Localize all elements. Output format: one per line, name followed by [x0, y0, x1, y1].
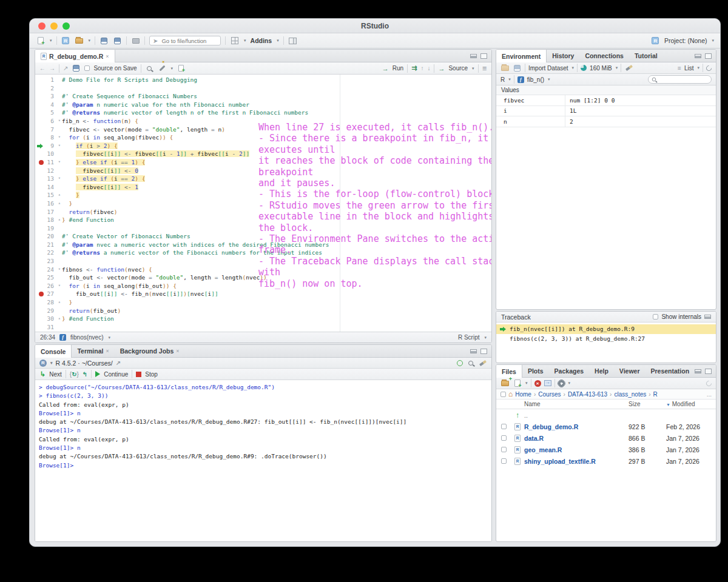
- back-icon[interactable]: ←: [39, 65, 46, 72]
- file-row[interactable]: geo_mean.R386 BJan 7, 2026: [496, 444, 716, 455]
- show-internals-checkbox[interactable]: [653, 314, 658, 319]
- breakpoint-icon[interactable]: [39, 292, 44, 296]
- tab-background-jobs[interactable]: Background Jobs×: [115, 345, 185, 357]
- fold-toggle-icon[interactable]: ▾: [58, 266, 61, 274]
- console-output[interactable]: > debugSource("~/Courses/DATA-413-613/cl…: [35, 380, 491, 541]
- addins-caret-icon[interactable]: ▾: [277, 38, 279, 43]
- file-row-up[interactable]: ↑..: [496, 409, 716, 421]
- file-checkbox[interactable]: [501, 458, 507, 464]
- file-name[interactable]: shiny_upload_textfile.R: [524, 458, 629, 465]
- line-gutter[interactable]: 21: [35, 241, 62, 249]
- breadcrumb-item[interactable]: Courses: [538, 391, 561, 398]
- refresh-files-icon[interactable]: [705, 380, 713, 387]
- line-gutter[interactable]: 2: [35, 84, 62, 93]
- save-source-icon[interactable]: [72, 64, 81, 73]
- breadcrumb-item[interactable]: class_notes: [614, 391, 646, 398]
- tab-connections[interactable]: Connections: [579, 50, 629, 62]
- new-file-icon[interactable]: [36, 36, 45, 45]
- fold-toggle-icon[interactable]: ▾: [58, 175, 61, 183]
- scope-selector[interactable]: fibnos(nvec): [70, 334, 103, 341]
- line-gutter[interactable]: 5: [35, 109, 62, 117]
- breadcrumb-item[interactable]: Home: [515, 391, 531, 398]
- new-blank-file-caret-icon[interactable]: ▾: [525, 381, 528, 386]
- fold-toggle-icon[interactable]: ▾: [58, 158, 61, 167]
- run-button[interactable]: Run: [393, 65, 403, 72]
- save-all-icon[interactable]: [113, 36, 122, 45]
- step-out-icon[interactable]: ↰: [83, 371, 87, 378]
- line-gutter[interactable]: 12: [35, 167, 62, 175]
- line-gutter[interactable]: 14: [35, 183, 62, 192]
- rename-file-icon[interactable]: [544, 380, 551, 386]
- engine-caret-icon[interactable]: ▾: [50, 361, 53, 366]
- line-gutter[interactable]: 8▾: [35, 133, 62, 142]
- line-gutter[interactable]: 6▾: [35, 117, 62, 125]
- line-gutter[interactable]: 30▴: [35, 315, 62, 323]
- line-gutter[interactable]: 15▴: [35, 191, 62, 199]
- line-gutter[interactable]: 27: [35, 290, 62, 298]
- clear-environment-icon[interactable]: [624, 64, 633, 72]
- line-gutter[interactable]: 9▾: [35, 142, 62, 150]
- new-file-caret-icon[interactable]: ▾: [50, 38, 52, 43]
- line-gutter[interactable]: 4: [35, 101, 62, 109]
- list-view-selector[interactable]: List: [684, 65, 694, 72]
- forward-icon[interactable]: →: [49, 65, 55, 72]
- minimize-window-button[interactable]: [50, 22, 58, 30]
- line-gutter[interactable]: 23: [35, 257, 62, 266]
- line-gutter[interactable]: 7: [35, 125, 62, 134]
- file-type-caret-icon[interactable]: ▾: [484, 335, 487, 340]
- open-file-caret-icon[interactable]: ▾: [89, 38, 91, 43]
- open-file-icon[interactable]: [75, 36, 84, 45]
- save-workspace-icon[interactable]: [513, 64, 522, 72]
- fold-toggle-icon[interactable]: ▴: [58, 315, 61, 323]
- breakpoint-icon[interactable]: [39, 160, 44, 165]
- line-gutter[interactable]: 22: [35, 249, 62, 257]
- fold-toggle-icon[interactable]: ▴: [58, 191, 61, 199]
- line-gutter[interactable]: 26▾: [35, 282, 62, 290]
- tab-source-file[interactable]: R_debug_demo.R ×: [35, 50, 115, 62]
- next-button[interactable]: Next: [49, 371, 62, 378]
- fold-toggle-icon[interactable]: ▴: [58, 216, 61, 224]
- file-checkbox[interactable]: [501, 447, 507, 452]
- line-gutter[interactable]: 31: [35, 323, 62, 332]
- maximize-files-icon[interactable]: [705, 369, 712, 374]
- line-gutter[interactable]: 24▾: [35, 266, 62, 274]
- minimize-files-icon[interactable]: [695, 369, 701, 373]
- open-wd-icon[interactable]: ↗: [116, 360, 121, 366]
- code-tools-caret-icon[interactable]: ▾: [171, 66, 174, 71]
- compile-report-icon[interactable]: [177, 64, 186, 73]
- minimize-traceback-icon[interactable]: [704, 315, 711, 319]
- goto-file-input[interactable]: ➤: [149, 36, 221, 45]
- column-name[interactable]: Name: [524, 401, 629, 407]
- workspace-caret-icon[interactable]: ▾: [244, 38, 246, 43]
- code-tools-icon[interactable]: [158, 64, 167, 73]
- source-on-save-checkbox[interactable]: [84, 65, 90, 71]
- line-gutter[interactable]: 18▴: [35, 216, 62, 224]
- line-gutter[interactable]: 28▴: [35, 298, 62, 307]
- print-icon[interactable]: [131, 36, 140, 45]
- rerun-icon[interactable]: ⇉: [411, 64, 417, 72]
- new-project-icon[interactable]: R: [61, 36, 70, 45]
- code-editor[interactable]: 1# Demo File for R Scripts and Debugging…: [35, 75, 491, 332]
- environment-row[interactable]: fibvecnum [1:2] 0 0: [496, 95, 716, 106]
- line-gutter[interactable]: 25: [35, 273, 62, 282]
- memory-usage-label[interactable]: 160 MiB: [590, 65, 612, 72]
- panes-layout-icon[interactable]: [288, 36, 297, 45]
- line-gutter[interactable]: 19: [35, 224, 62, 233]
- memory-caret-icon[interactable]: ▾: [616, 65, 618, 70]
- select-all-checkbox[interactable]: [500, 392, 506, 397]
- stop-button[interactable]: Stop: [145, 371, 158, 378]
- workspace-grid-icon[interactable]: [230, 36, 239, 45]
- line-gutter[interactable]: 17: [35, 208, 62, 216]
- scope-caret-icon[interactable]: ▾: [109, 335, 111, 340]
- fold-toggle-icon[interactable]: ▾: [58, 133, 61, 142]
- column-size[interactable]: Size: [629, 401, 666, 407]
- file-name[interactable]: R_debug_demo.R: [524, 423, 629, 430]
- env-lang-caret-icon[interactable]: ▾: [508, 77, 511, 82]
- file-type-selector[interactable]: R Script: [458, 334, 480, 341]
- tab-tutorial[interactable]: Tutorial: [629, 50, 663, 62]
- column-modified[interactable]: ▼ Modified: [666, 401, 716, 407]
- refresh-env-icon[interactable]: [705, 64, 713, 72]
- tab-packages[interactable]: Packages: [549, 365, 589, 377]
- close-window-button[interactable]: [38, 22, 46, 30]
- close-tab-icon[interactable]: ×: [106, 53, 109, 59]
